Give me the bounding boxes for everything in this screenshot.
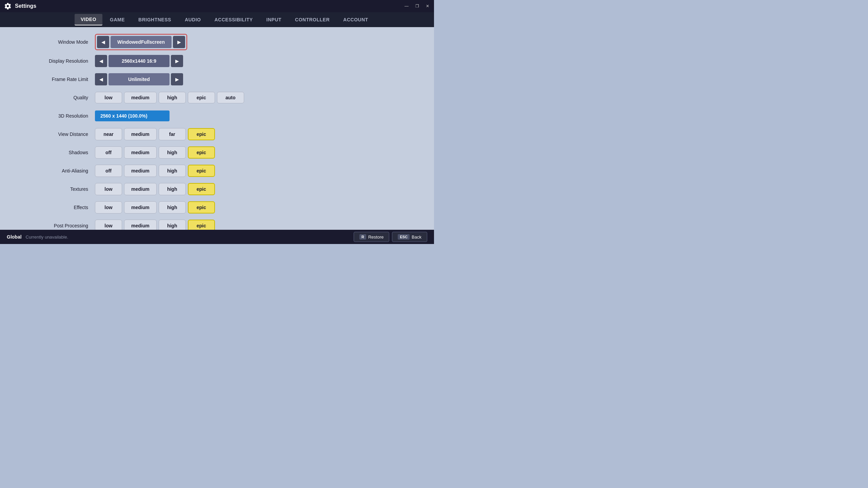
anti-aliasing-label: Anti-Aliasing <box>27 168 95 174</box>
pp-epic-button[interactable]: epic <box>188 220 215 230</box>
restore-label: Restore <box>368 235 384 240</box>
post-processing-buttons: low medium high epic <box>95 220 215 230</box>
resolution-next-button[interactable]: ▶ <box>171 55 183 67</box>
frame-rate-selector: ◀ Unlimited ▶ <box>95 73 183 85</box>
pp-low-button[interactable]: low <box>95 220 122 230</box>
view-epic-button[interactable]: epic <box>188 128 215 140</box>
nav-item-game[interactable]: Game <box>104 14 131 25</box>
restore-button[interactable]: R Restore <box>354 232 389 242</box>
window-mode-label: Window Mode <box>27 39 95 45</box>
shadows-epic-button[interactable]: epic <box>188 146 215 159</box>
display-resolution-row: Display Resolution ◀ 868x488 16:9 ▶ <box>27 54 407 68</box>
window-mode-prev-button[interactable]: ◀ <box>97 36 109 48</box>
restore-key: R <box>359 234 366 240</box>
minimize-button[interactable]: — <box>402 3 411 9</box>
shadows-high-button[interactable]: high <box>159 146 186 159</box>
close-button[interactable]: ✕ <box>424 3 431 9</box>
frame-rate-value: Unlimited <box>108 73 170 85</box>
quality-auto-button[interactable]: auto <box>217 92 244 103</box>
title-bar: Settings — ❐ ✕ <box>0 0 434 12</box>
fx-epic-button[interactable]: epic <box>188 201 215 214</box>
shadows-label: Shadows <box>27 150 95 155</box>
window-mode-row: Window Mode ◀ WindowedFullscreen ▶ <box>27 34 407 50</box>
back-key: ESC <box>398 234 410 240</box>
view-medium-button[interactable]: medium <box>124 128 157 140</box>
shadows-buttons: off medium high epic <box>95 146 215 159</box>
resolution-prev-button[interactable]: ◀ <box>95 55 107 67</box>
post-processing-row: Post Processing low medium high epic <box>27 218 407 230</box>
tex-medium-button[interactable]: medium <box>124 183 157 195</box>
nav-item-brightness[interactable]: Brightness <box>132 14 177 25</box>
tex-low-button[interactable]: low <box>95 183 122 195</box>
nav-item-video[interactable]: Video <box>75 14 102 25</box>
effects-row: Effects low medium high epic <box>27 200 407 215</box>
aa-medium-button[interactable]: medium <box>124 165 157 177</box>
quality-low-button[interactable]: low <box>95 92 122 103</box>
back-button[interactable]: ESC Back <box>392 232 427 242</box>
nav-item-audio[interactable]: Audio <box>179 14 207 25</box>
fx-medium-button[interactable]: medium <box>124 201 157 214</box>
pp-high-button[interactable]: high <box>159 220 186 230</box>
anti-aliasing-row: Anti-Aliasing off medium high epic <box>27 163 407 178</box>
display-resolution-selector: ◀ 868x488 16:9 ▶ <box>95 55 183 67</box>
nav-item-accessibility[interactable]: Accessibility <box>209 14 259 25</box>
quality-label: Quality <box>27 95 95 100</box>
aa-high-button[interactable]: high <box>159 165 186 177</box>
nav-item-input[interactable]: Input <box>260 14 288 25</box>
quality-row: Quality low medium high epic auto <box>27 90 407 105</box>
bottom-right-buttons: R Restore ESC Back <box>354 232 427 242</box>
nav-bar: Video Game Brightness Audio Accessibilit… <box>0 12 434 27</box>
quality-buttons: low medium high epic auto <box>95 92 244 103</box>
textures-buttons: low medium high epic <box>95 183 215 195</box>
window-mode-selector: ◀ WindowedFullscreen ▶ <box>95 34 187 50</box>
frame-rate-prev-button[interactable]: ◀ <box>95 73 107 85</box>
tex-high-button[interactable]: high <box>159 183 186 195</box>
effects-label: Effects <box>27 205 95 210</box>
display-resolution-label: Display Resolution <box>27 58 95 64</box>
resolution-value: 868x488 16:9 <box>108 55 170 67</box>
app-title-text: Settings <box>15 3 36 9</box>
fx-high-button[interactable]: high <box>159 201 186 214</box>
quality-high-button[interactable]: high <box>159 92 186 103</box>
textures-row: Textures low medium high epic <box>27 182 407 197</box>
main-content: Window Mode ◀ WindowedFullscreen ▶ Displ… <box>0 27 434 230</box>
frame-rate-row: Frame Rate Limit ◀ Unlimited ▶ <box>27 72 407 87</box>
frame-rate-label: Frame Rate Limit <box>27 77 95 82</box>
resolution-3d-row: 3D Resolution 868 x 488 (100.0%) <box>27 108 407 123</box>
gear-icon <box>4 2 12 10</box>
view-distance-label: View Distance <box>27 131 95 137</box>
window-controls[interactable]: — ❐ ✕ <box>402 3 431 9</box>
quality-medium-button[interactable]: medium <box>124 92 157 103</box>
nav-item-controller[interactable]: Controller <box>289 14 336 25</box>
textures-label: Textures <box>27 186 95 192</box>
window-mode-value: WindowedFullscreen <box>111 36 172 48</box>
bottom-bar: Global Currently unavailable. R Restore … <box>0 230 434 244</box>
fx-low-button[interactable]: low <box>95 201 122 214</box>
view-near-button[interactable]: near <box>95 128 122 140</box>
post-processing-label: Post Processing <box>27 223 95 228</box>
view-distance-buttons: near medium far epic <box>95 128 215 140</box>
global-status: Currently unavailable. <box>26 235 68 240</box>
anti-aliasing-buttons: off medium high epic <box>95 165 215 177</box>
aa-epic-button[interactable]: epic <box>188 165 215 177</box>
resolution-3d-value[interactable]: 868 x 488 (100.0%) <box>95 110 170 121</box>
aa-off-button[interactable]: off <box>95 165 122 177</box>
nav-item-account[interactable]: Account <box>337 14 374 25</box>
shadows-medium-button[interactable]: medium <box>124 146 157 159</box>
app-title: Settings <box>4 2 36 10</box>
shadows-row: Shadows off medium high epic <box>27 145 407 160</box>
effects-buttons: low medium high epic <box>95 201 215 214</box>
shadows-off-button[interactable]: off <box>95 146 122 159</box>
tex-epic-button[interactable]: epic <box>188 183 215 195</box>
maximize-button[interactable]: ❐ <box>413 3 421 9</box>
resolution-3d-label: 3D Resolution <box>27 113 95 119</box>
window-mode-next-button[interactable]: ▶ <box>173 36 185 48</box>
view-distance-row: View Distance near medium far epic <box>27 127 407 142</box>
quality-epic-button[interactable]: epic <box>188 92 215 103</box>
global-label: Global <box>7 234 22 240</box>
frame-rate-next-button[interactable]: ▶ <box>171 73 183 85</box>
view-far-button[interactable]: far <box>159 128 186 140</box>
back-label: Back <box>412 235 421 240</box>
pp-medium-button[interactable]: medium <box>124 220 157 230</box>
